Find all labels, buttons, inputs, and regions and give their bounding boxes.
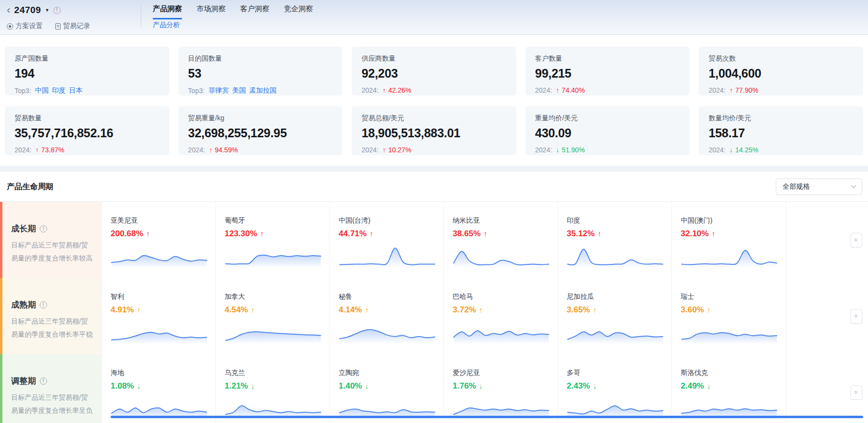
country-trend-cell[interactable]: 纳米比亚38.65%↑ <box>444 202 558 278</box>
country-name: 亚美尼亚 <box>111 216 215 225</box>
trend-sparkline <box>339 243 436 268</box>
country-name: 立陶宛 <box>339 369 443 377</box>
country-trend-cell[interactable]: 智利4.91%↑ <box>102 278 216 354</box>
trade-records-link[interactable]: 贸易记录 <box>55 22 90 31</box>
stat-label: 贸易数量 <box>15 114 160 123</box>
country-trend-cell[interactable]: 中国(台湾)44.71%↑ <box>330 202 444 278</box>
growth-rate: 4.91%↑ <box>111 305 215 315</box>
growth-rate: 3.65%↑ <box>567 305 671 315</box>
title-dropdown-caret-icon[interactable]: ▼ <box>45 8 49 13</box>
country-name: 斯洛伐克 <box>681 369 786 377</box>
country-name: 爱沙尼亚 <box>453 369 557 377</box>
country-trend-cell[interactable]: 秘鲁4.14%↑ <box>330 278 444 354</box>
expand-row-button[interactable]: » <box>851 309 862 324</box>
spec-filter-select[interactable]: 全部规格 <box>776 179 862 195</box>
lifecycle-section: 产品生命周期 全部规格 成长期!目标产品近三年贸易额/贸易量的季度复合增长率较高… <box>0 172 868 423</box>
stage-info-icon[interactable]: ! <box>40 301 47 309</box>
country-trend-cell[interactable]: 斯洛伐克2.49%↓ <box>672 354 786 423</box>
yoy-prefix: 2024: <box>15 146 32 154</box>
stat-card: 供应商数量92,2032024:↑42.26% <box>352 47 516 96</box>
back-icon[interactable]: ‹ <box>7 6 10 15</box>
tab-2[interactable]: 市场洞察 <box>197 4 226 19</box>
stat-sub: 2024:↑74.40% <box>535 86 680 94</box>
trend-sparkline <box>111 243 208 268</box>
stage-title: 成熟期! <box>11 299 93 310</box>
lifecycle-rows: 成长期!目标产品近三年贸易额/贸易量的季度复合增长率较高亚美尼亚200.68%↑… <box>0 201 868 423</box>
country-name: 纳米比亚 <box>453 216 557 225</box>
country-link[interactable]: 中国 <box>35 86 49 95</box>
up-arrow-icon: ↑ <box>370 229 374 238</box>
yoy-prefix: 2024: <box>535 86 552 94</box>
stat-card: 客户数量99,2152024:↑74.40% <box>525 47 690 96</box>
country-trend-cell[interactable]: 立陶宛1.40%↓ <box>330 354 444 423</box>
up-arrow-icon: ↑ <box>484 229 488 238</box>
row-actions: » <box>786 202 868 278</box>
yoy-prefix: 2024: <box>708 86 725 94</box>
country-link[interactable]: 日本 <box>69 86 82 95</box>
country-name: 智利 <box>111 293 215 301</box>
chevron-down-icon <box>851 183 856 188</box>
up-arrow-icon: ↑ <box>712 229 716 238</box>
yoy-trend: ↑42.26% <box>382 86 411 94</box>
country-link[interactable]: 美国 <box>232 86 246 95</box>
expand-row-button[interactable]: » <box>851 233 862 247</box>
stat-label: 供应商数量 <box>361 54 507 63</box>
section-title: 产品生命周期 <box>7 182 53 192</box>
yoy-prefix: 2024: <box>535 146 552 154</box>
up-arrow-icon: ↑ <box>137 306 141 314</box>
tab-1[interactable]: 产品洞察 <box>153 4 182 19</box>
country-name: 多哥 <box>567 369 671 377</box>
country-link[interactable]: 孟加拉国 <box>249 86 277 95</box>
tab-4[interactable]: 竞企洞察 <box>284 4 313 19</box>
country-trend-cell[interactable]: 乌克兰1.21%↓ <box>216 354 330 423</box>
stage-label-panel: 调整期!目标产品近三年贸易额/贸易量的季度复合增长率呈负 <box>0 354 102 423</box>
stage-title: 调整期! <box>11 375 93 387</box>
stat-value: 92,203 <box>361 66 507 81</box>
growth-rate: 2.43%↓ <box>567 381 671 391</box>
country-trend-cell[interactable]: 巴哈马3.72%↑ <box>444 278 558 354</box>
tab-3[interactable]: 客户洞察 <box>240 4 269 19</box>
title-info-icon[interactable]: ! <box>53 7 61 14</box>
country-trend-cell[interactable]: 尼加拉瓜3.65%↑ <box>558 278 672 354</box>
up-arrow-icon: ↑ <box>593 306 597 314</box>
stat-value: 35,757,716,852.16 <box>15 126 160 140</box>
country-trend-cell[interactable]: 爱沙尼亚1.76%↓ <box>444 354 558 423</box>
yoy-trend: ↓51.90% <box>556 146 585 154</box>
subtab-product-analysis[interactable]: 产品分析 <box>153 21 313 30</box>
country-trend-cell[interactable]: 中国(澳门)32.10%↑ <box>672 202 786 278</box>
stage-info-icon[interactable]: ! <box>40 377 47 385</box>
stat-label: 客户数量 <box>535 54 680 63</box>
lifecycle-row: 调整期!目标产品近三年贸易额/贸易量的季度复合增长率呈负海地1.08%↓乌克兰1… <box>0 354 868 423</box>
horizontal-scrollbar[interactable] <box>111 416 863 418</box>
stage-info-icon[interactable]: ! <box>40 225 47 232</box>
lifecycle-row: 成熟期!目标产品近三年贸易额/贸易量的季度复合增长率平稳智利4.91%↑加拿大4… <box>0 278 868 354</box>
stat-sub: 2024:↑77.90% <box>708 86 853 94</box>
country-trend-cell[interactable]: 葡萄牙123.30%↑ <box>216 202 330 278</box>
double-chevron-down-icon: » <box>853 314 860 318</box>
yoy-trend: ↑74.40% <box>556 86 585 94</box>
country-name: 加拿大 <box>225 293 329 301</box>
growth-rate: 38.65%↑ <box>453 229 557 239</box>
country-trend-cell[interactable]: 加拿大4.54%↑ <box>216 278 330 354</box>
expand-row-button[interactable]: » <box>851 385 862 400</box>
stage-description: 目标产品近三年贸易额/贸易量的季度复合增长率平稳 <box>11 315 93 342</box>
stat-card: 重量均价/美元430.092024:↓51.90% <box>525 106 690 155</box>
trade-records-label: 贸易记录 <box>63 22 90 31</box>
stage-label-panel: 成长期!目标产品近三年贸易额/贸易量的季度复合增长率较高 <box>0 202 102 278</box>
country-trend-cell[interactable]: 海地1.08%↓ <box>102 354 216 423</box>
stat-value: 430.09 <box>535 126 680 140</box>
growth-rate: 200.68%↑ <box>111 229 215 239</box>
country-link[interactable]: 印度 <box>52 86 66 95</box>
up-arrow-icon: ↑ <box>260 229 264 238</box>
stat-value: 18,905,513,883.01 <box>361 126 507 140</box>
country-trend-cell[interactable]: 亚美尼亚200.68%↑ <box>102 202 216 278</box>
country-link[interactable]: 菲律宾 <box>209 86 229 95</box>
country-trend-cell[interactable]: 多哥2.43%↓ <box>558 354 672 423</box>
stat-sub: 2024:↑10.27% <box>361 146 507 154</box>
country-trend-cell[interactable]: 印度35.12%↑ <box>558 202 672 278</box>
page-title: 24709 <box>14 5 41 16</box>
country-trend-cell[interactable]: 瑞士3.60%↑ <box>672 278 786 354</box>
plan-settings-link[interactable]: 方案设置 <box>7 22 43 31</box>
stat-card: 贸易次数1,004,6002024:↑77.90% <box>699 47 863 96</box>
stat-value: 32,698,255,129.95 <box>188 126 333 140</box>
